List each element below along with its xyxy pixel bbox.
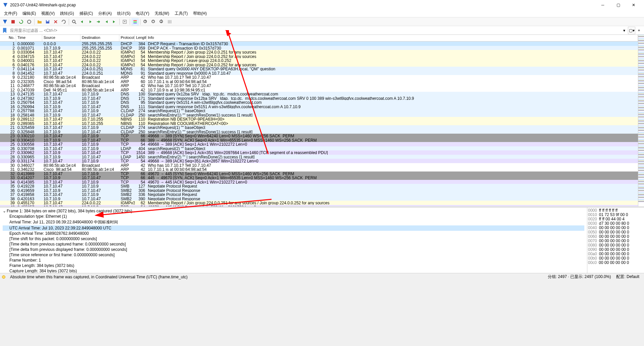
packet-row[interactable]: 60.04017610.7.10.47224.0.0.22IGMPv354Mem… (0, 63, 638, 67)
detail-line[interactable]: [Time shift for this packet: 0.000000000… (3, 236, 584, 241)
packet-row[interactable]: 320.41398910.7.10.4710.7.10.9TCP6649670 … (0, 171, 638, 176)
detail-line[interactable]: Frame Number: 1 (3, 258, 584, 263)
packet-row[interactable]: 150.25076410.7.10.4710.7.10.9DNS95Standa… (0, 100, 638, 105)
packet-row[interactable]: 340.41438510.7.10.4710.7.10.9TCP5449670 … (0, 180, 638, 184)
expert-info-icon[interactable] (2, 275, 5, 279)
packet-list-body[interactable]: 10.0000000.0.0.0255.255.255.255DHCP384DH… (0, 42, 638, 206)
packet-row[interactable]: 180.25814810.7.10.910.7.10.47CLDAP250sea… (0, 113, 638, 117)
go-back-icon[interactable] (78, 18, 86, 25)
packet-row[interactable]: 290.33117410.7.10.4710.7.10.9TCP5449668 … (0, 159, 638, 163)
packet-row[interactable]: 360.41965910.7.10.910.7.10.47SMB2306Nego… (0, 188, 638, 193)
open-file-icon[interactable] (36, 18, 43, 25)
go-to-packet-icon[interactable] (95, 18, 102, 25)
reload-icon[interactable] (60, 18, 67, 25)
packet-row[interactable]: 200.28936510.7.10.4710.7.10.255NBNS110Re… (0, 121, 638, 126)
restart-capture-icon[interactable] (17, 18, 25, 25)
packet-row[interactable]: 70.04111410.7.10.47224.0.0.251MDNS81Stan… (0, 67, 638, 71)
detail-line[interactable]: Frame Length: 384 bytes (3072 bits) (3, 263, 584, 268)
packet-row[interactable]: 280.33096510.7.10.910.7.10.47LDAP1450sea… (0, 155, 638, 159)
packet-row[interactable]: 100.232305Cisco_98:ad:5480:86:5b:ab:1e:c… (0, 79, 638, 84)
hex-line[interactable]: 00c000 00 00 00 00 0 (588, 261, 643, 265)
go-last-icon[interactable] (111, 18, 118, 25)
packet-row[interactable]: 20.00107110.7.10.9255.255.255.255DHCP359… (0, 46, 638, 50)
menu-item[interactable]: 视图(V) (39, 10, 57, 17)
col-length[interactable]: Length (135, 35, 147, 41)
packet-row[interactable]: 90.23218080:86:5b:ab:1e:c4BroadcastARP42… (0, 75, 638, 79)
col-time[interactable]: Time (16, 35, 42, 41)
menu-item[interactable]: 电话(Y) (133, 10, 152, 17)
packet-row[interactable]: 40.03471510.7.10.47224.0.0.22IGMPv354Mem… (0, 54, 638, 59)
frame-header[interactable]: ⌄Frame 1: 384 bytes on wire (3072 bits),… (3, 208, 584, 214)
menu-item[interactable]: 统计(S) (114, 10, 133, 17)
packet-row[interactable]: 380.42016310.7.10.910.7.10.47SMB2390Nego… (0, 197, 638, 201)
close-button[interactable]: ✕ (626, 0, 641, 10)
packet-row[interactable]: 50.04000110.7.10.47224.0.0.22IGMPv354Mem… (0, 58, 638, 63)
col-destination[interactable]: Destination (80, 35, 119, 41)
packet-row[interactable]: 190.28911210.7.10.4710.7.10.255NBNS110Re… (0, 117, 638, 121)
go-forward-icon[interactable] (86, 18, 94, 25)
maximize-button[interactable]: ▢ (610, 0, 626, 10)
col-protocol[interactable]: Protocol (119, 35, 135, 41)
menu-item[interactable]: 捕获(C) (77, 10, 96, 17)
packet-row[interactable]: 230.33021010.7.10.4710.7.10.9TCP6649668 … (0, 134, 638, 138)
status-profile[interactable]: 配置: Default (613, 274, 642, 280)
close-file-icon[interactable] (52, 18, 59, 25)
col-info[interactable]: Info (147, 35, 638, 41)
menu-item[interactable]: 编辑(E) (20, 10, 39, 17)
detail-line[interactable]: Capture Length: 384 bytes (3072 bits) (3, 268, 584, 273)
save-file-icon[interactable] (44, 18, 51, 25)
zoom-reset-icon[interactable]: 1 (158, 18, 165, 25)
capture-options-icon[interactable] (25, 18, 33, 25)
detail-line[interactable]: [Time since reference or first frame: 0.… (3, 252, 584, 258)
packet-minimap[interactable] (638, 35, 644, 206)
filter-dropdown-icon[interactable]: ▾ (621, 27, 628, 34)
detail-line[interactable]: Arrival Time: Jul 11, 2023 06:39:22.8490… (3, 219, 584, 225)
packet-details-pane[interactable]: ⌄Frame 1: 384 bytes on wire (3072 bits),… (0, 208, 587, 273)
auto-scroll-icon[interactable] (121, 18, 128, 25)
packet-row[interactable]: 170.25778810.7.10.4710.7.10.9CLDAP274sea… (0, 109, 638, 113)
detail-line[interactable]: UTC Arrival Time: Jul 10, 2023 22:39:22.… (3, 225, 584, 231)
filter-expression-icon[interactable]: ▢▾ (628, 27, 635, 34)
packet-row[interactable]: 160.25099410.7.10.910.7.10.47DNS111Stand… (0, 105, 638, 109)
menu-item[interactable]: 帮助(H) (190, 10, 210, 17)
packet-row[interactable]: 270.33096210.7.10.910.7.10.47TCP1514389 … (0, 150, 638, 155)
packet-row[interactable]: 140.24738210.7.10.910.7.10.47DNS171Stand… (0, 96, 638, 100)
packet-row[interactable]: 250.33055810.7.10.4710.7.10.9TCP5449668 … (0, 142, 638, 146)
packet-row[interactable]: 370.41985810.7.10.4710.7.10.9SMB2336Nego… (0, 192, 638, 197)
packet-row[interactable]: 260.33070810.7.10.4710.7.10.9LDAP404sear… (0, 146, 638, 151)
packet-row[interactable]: 80.04145210.7.10.47224.0.0.251MDNS91Stan… (0, 71, 638, 75)
menu-item[interactable]: 分析(A) (96, 10, 114, 17)
packet-row[interactable]: 30.03306410.7.10.47224.0.0.22IGMPv354Mem… (0, 50, 638, 54)
packet-row[interactable]: 390.45517010.7.10.47224.0.0.22IGMPv362Me… (0, 201, 638, 205)
packet-bytes-pane[interactable]: 0000ff ff ff ff ff ff001001 72 53 9f 00 … (587, 208, 644, 273)
packet-row[interactable]: 210.32545910.7.10.4710.7.10.9CLDAP274sea… (0, 125, 638, 130)
detail-line[interactable]: Epoch Arrival Time: 1689028762.849048000 (3, 231, 584, 236)
display-filter-input[interactable] (9, 27, 621, 33)
detail-line[interactable]: [Time delta from previous displayed fram… (3, 247, 584, 252)
packet-row[interactable]: 120.247039Dell_f4:95:c180:86:5b:ab:1e:c4… (0, 88, 638, 92)
resize-columns-icon[interactable] (166, 18, 173, 25)
detail-line[interactable]: Encapsulation type: Ethernet (1) (3, 214, 584, 219)
detail-line[interactable]: [Time delta from previous captured frame… (3, 241, 584, 247)
menu-item[interactable]: 无线(W) (152, 10, 172, 17)
find-icon[interactable] (70, 18, 78, 25)
packet-row[interactable]: 310.346232Cisco_98:ad:5480:86:5b:ab:1e:c… (0, 167, 638, 171)
filter-add-icon[interactable]: + (635, 27, 643, 34)
packet-row[interactable]: 110.24687780:86:5b:ab:1e:c4BroadcastARP4… (0, 83, 638, 88)
menu-item[interactable]: 跳转(G) (57, 10, 76, 17)
packet-row[interactable]: 240.33041010.7.10.910.7.10.47TCP66389 → … (0, 138, 638, 142)
go-first-icon[interactable] (103, 18, 110, 25)
minimize-button[interactable]: ─ (595, 0, 610, 10)
col-no[interactable]: No. (0, 35, 16, 41)
menu-item[interactable]: 工具(T) (172, 10, 190, 17)
packet-list-header[interactable]: No. Time Source Destination Protocol Len… (0, 35, 638, 42)
packet-row[interactable]: 10.0000000.0.0.0255.255.255.255DHCP384DH… (0, 42, 638, 46)
packet-row[interactable]: 330.41420710.7.10.910.7.10.47TCP66445 → … (0, 176, 638, 180)
col-source[interactable]: Source (42, 35, 80, 41)
packet-row[interactable]: 400.45585710.7.10.4710.7.10.9TCP5449670 … (0, 205, 638, 207)
menu-item[interactable]: 文件(F) (1, 10, 20, 17)
filter-bookmark-icon[interactable] (1, 27, 8, 34)
packet-row[interactable]: 300.34602780:86:5b:ab:1e:c4BroadcastARP4… (0, 163, 638, 167)
packet-row[interactable]: 130.24713510.7.10.4710.7.10.9DNS100Stand… (0, 92, 638, 96)
zoom-in-icon[interactable]: + (142, 18, 149, 25)
